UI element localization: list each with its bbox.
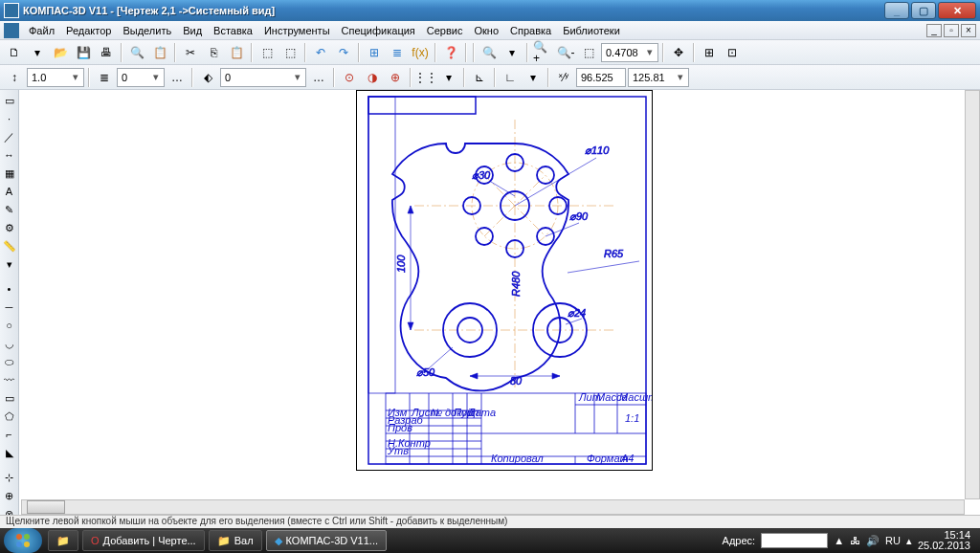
geom-rect[interactable]: ▭: [1, 389, 18, 407]
palette-edit[interactable]: ✎: [1, 201, 18, 218]
snap-mid[interactable]: ◑: [362, 67, 383, 88]
start-button[interactable]: [4, 528, 42, 553]
clock[interactable]: 15:14 25.02.2013: [918, 530, 974, 551]
tray-vol-icon[interactable]: 🔊: [866, 535, 880, 547]
maximize-button[interactable]: ▢: [911, 2, 936, 19]
geom-circle[interactable]: ○: [1, 317, 18, 334]
geom-ellipse[interactable]: ⬭: [1, 353, 18, 370]
pinned-explorer[interactable]: 📁: [48, 530, 78, 551]
menu-window[interactable]: Окно: [468, 23, 504, 38]
cut-button[interactable]: ✂: [180, 42, 201, 63]
grid-btn[interactable]: ⊞: [364, 42, 385, 63]
snap-center[interactable]: ⊕: [385, 67, 406, 88]
geom-arc[interactable]: ◡: [1, 335, 18, 352]
undo-button[interactable]: ↶: [310, 42, 331, 63]
chevron-down-icon[interactable]: ▾: [644, 46, 656, 58]
geom-spline[interactable]: 〰: [1, 371, 18, 388]
layer-input[interactable]: [122, 72, 150, 83]
task-folder[interactable]: 📁Вал: [209, 530, 262, 551]
paste-button[interactable]: 📋: [226, 42, 247, 63]
palette-text[interactable]: A: [1, 183, 18, 200]
horizontal-scrollbar[interactable]: [21, 499, 965, 515]
geom-chamfer[interactable]: ◣: [1, 444, 18, 461]
state-more[interactable]: …: [308, 67, 329, 88]
tray-more-icon[interactable]: ▴: [906, 535, 912, 547]
palette-dropdown[interactable]: ▾: [1, 255, 18, 273]
menu-libs[interactable]: Библиотеки: [557, 23, 626, 38]
zoom-input[interactable]: [606, 47, 644, 58]
zoom-combo[interactable]: ▾: [601, 43, 658, 62]
menu-insert[interactable]: Вставка: [208, 23, 258, 38]
redo-button[interactable]: ↷: [333, 42, 354, 63]
vertical-scrollbar[interactable]: [965, 90, 980, 499]
menu-editor[interactable]: Редактор: [60, 23, 117, 38]
close-button[interactable]: ✕: [938, 2, 976, 19]
view-b[interactable]: ⊡: [722, 42, 743, 63]
palette-hatch[interactable]: ▦: [1, 165, 18, 182]
linewidth-input[interactable]: [32, 72, 70, 83]
aux-1[interactable]: ⊹: [1, 469, 18, 486]
zoom-drop[interactable]: ▾: [501, 42, 523, 63]
zoom-in[interactable]: 🔍+: [532, 42, 553, 63]
geom-poly[interactable]: ⬠: [1, 408, 18, 425]
lang-indicator[interactable]: RU: [885, 535, 901, 546]
minimize-button[interactable]: _: [884, 2, 909, 19]
layer-combo[interactable]: ▾: [117, 68, 165, 87]
open-button[interactable]: 📂: [50, 42, 71, 63]
mdi-restore[interactable]: ▫: [944, 24, 959, 37]
grid-drop[interactable]: ▾: [438, 67, 459, 88]
tool-a[interactable]: ⬚: [256, 42, 278, 63]
properties-button[interactable]: 📋: [149, 42, 170, 63]
save-button[interactable]: 💾: [73, 42, 94, 63]
coord-x[interactable]: [576, 68, 626, 87]
axis-drop[interactable]: ▾: [523, 67, 544, 88]
linewidth-combo[interactable]: ▾: [27, 68, 84, 87]
mdi-minimize[interactable]: _: [926, 24, 942, 37]
tray-flag-icon[interactable]: ▲: [834, 535, 844, 546]
palette-point[interactable]: ·: [1, 110, 18, 127]
drawing-canvas[interactable]: 100 80 ⌀110 ⌀90 ⌀30 R65 R480 ⌀50: [21, 90, 980, 499]
coord-y[interactable]: ▾: [628, 68, 689, 87]
task-opera[interactable]: OДобавить | Черте...: [82, 530, 205, 551]
geom-point[interactable]: •: [1, 280, 18, 298]
copy-button[interactable]: ⎘: [203, 42, 224, 63]
menu-view[interactable]: Вид: [177, 23, 208, 38]
palette-dim[interactable]: ↔: [1, 146, 18, 164]
fx-button[interactable]: f(x): [410, 42, 431, 63]
palette-param[interactable]: ⚙: [1, 219, 18, 236]
menu-select[interactable]: Выделить: [117, 23, 177, 38]
print-button[interactable]: 🖶: [96, 42, 117, 63]
layers-btn[interactable]: ≣: [387, 42, 408, 63]
palette-select[interactable]: ▭: [1, 92, 18, 109]
ortho-toggle[interactable]: ⊾: [469, 67, 490, 88]
preview-button[interactable]: 🔍: [126, 42, 147, 63]
new-button[interactable]: 🗋: [4, 42, 25, 63]
state-combo[interactable]: ▾: [220, 68, 306, 87]
layer-more[interactable]: …: [167, 67, 188, 88]
tool-b[interactable]: ⬚: [279, 42, 301, 63]
palette-line[interactable]: ／: [1, 128, 18, 145]
snap-end[interactable]: ⊙: [339, 67, 360, 88]
layer-btn[interactable]: ≣: [94, 67, 115, 88]
axis-btn[interactable]: ∟: [500, 67, 521, 88]
address-input[interactable]: [761, 533, 828, 548]
state-btn[interactable]: ⬖: [197, 67, 218, 88]
line-style-btn[interactable]: ↕: [4, 67, 25, 88]
pan-button[interactable]: ✥: [668, 42, 689, 63]
view-a[interactable]: ⊞: [699, 42, 720, 63]
menu-file[interactable]: Файл: [23, 23, 60, 38]
help-button[interactable]: ❓: [440, 42, 461, 63]
state-input[interactable]: [225, 72, 292, 83]
zoom-out[interactable]: 🔍-: [555, 42, 576, 63]
palette-measure[interactable]: 📏: [1, 237, 18, 254]
task-kompas[interactable]: ◆КОМПАС-3D V11...: [266, 530, 387, 551]
zoom-window[interactable]: ⬚: [578, 42, 599, 63]
tray-net-icon[interactable]: 🖧: [850, 535, 860, 546]
mdi-close[interactable]: ×: [961, 24, 976, 37]
grid-toggle[interactable]: ⋮⋮: [415, 67, 436, 88]
menu-service[interactable]: Сервис: [421, 23, 469, 38]
menu-spec[interactable]: Спецификация: [336, 23, 421, 38]
menu-help[interactable]: Справка: [504, 23, 557, 38]
zoom-fit[interactable]: 🔍: [479, 42, 500, 63]
menu-tools[interactable]: Инструменты: [258, 23, 336, 38]
